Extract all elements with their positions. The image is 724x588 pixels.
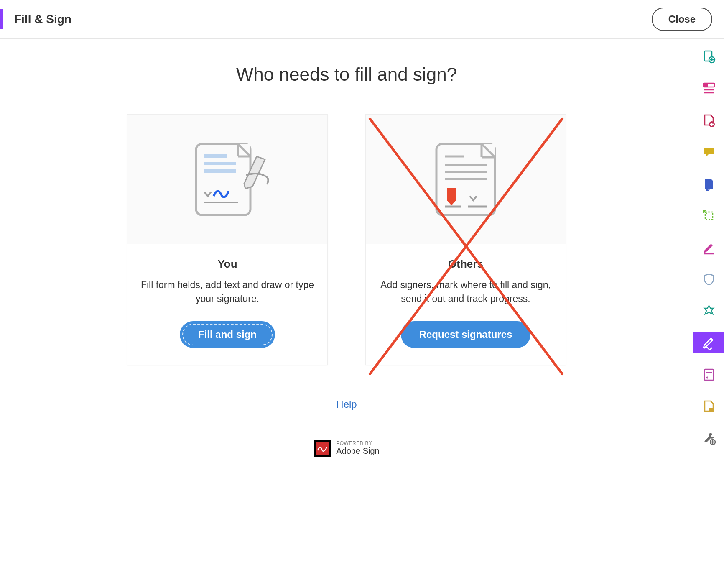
fill-sign-icon: [702, 336, 716, 350]
card-you-desc: Fill form fields, add text and draw or t…: [139, 278, 316, 306]
sidebar-item-crop[interactable]: [693, 205, 724, 226]
sidebar-item-comment[interactable]: [693, 142, 724, 163]
svg-rect-29: [704, 369, 714, 380]
svg-rect-4: [204, 154, 227, 158]
card-you: You Fill form fields, add text and draw …: [127, 114, 328, 365]
svg-rect-6: [204, 169, 236, 173]
page-tool-title: Fill & Sign: [14, 13, 71, 26]
help-link[interactable]: Help: [336, 399, 357, 410]
compare-icon: [702, 399, 716, 414]
sign-icon: [702, 240, 716, 255]
svg-rect-31: [709, 408, 714, 412]
protect-icon: [702, 272, 716, 286]
card-others: Others Add signers, mark where to fill a…: [365, 114, 566, 365]
card-others-body: Others Add signers, mark where to fill a…: [366, 244, 566, 365]
card-you-title: You: [217, 258, 237, 271]
card-others-illustration: [366, 115, 566, 244]
stamp-icon: [702, 304, 716, 318]
footer-brand: Adobe Sign: [336, 446, 379, 455]
self-sign-icon: [184, 138, 271, 221]
adobe-sign-badge-icon: [314, 440, 331, 457]
sidebar-item-tools[interactable]: [693, 428, 724, 449]
tools-icon: [702, 431, 716, 445]
request-sign-icon: [428, 138, 503, 221]
svg-rect-5: [204, 162, 236, 165]
svg-rect-30: [706, 372, 712, 373]
create-pdf-icon: [702, 113, 716, 128]
organize-pages-icon: [702, 82, 716, 96]
header-left: Fill & Sign: [0, 9, 71, 29]
sidebar-item-stamp[interactable]: [693, 301, 724, 322]
sidebar-item-export-pdf[interactable]: [693, 46, 724, 67]
redact-icon: [702, 368, 716, 382]
sidebar-item-sign[interactable]: [693, 237, 724, 258]
card-others-desc: Add signers, mark where to fill and sign…: [377, 278, 554, 306]
sidebar-item-organize[interactable]: [693, 78, 724, 99]
footer: POWERED BY Adobe Sign: [314, 440, 379, 457]
svg-rect-23: [704, 83, 708, 87]
page-title: Who needs to fill and sign?: [236, 64, 457, 85]
sidebar-item-protect[interactable]: [693, 269, 724, 290]
comment-icon: [702, 145, 716, 159]
tool-sidebar: [693, 39, 724, 588]
sidebar-item-compare[interactable]: [693, 396, 724, 417]
request-signatures-button[interactable]: Request signatures: [401, 321, 531, 348]
header-accent: [0, 9, 3, 29]
main-content: Who needs to fill and sign?: [0, 39, 693, 588]
footer-powered-by: POWERED BY: [336, 441, 379, 446]
sidebar-item-fill-sign[interactable]: [693, 332, 724, 353]
cards-container: You Fill form fields, add text and draw …: [127, 114, 566, 365]
footer-text: POWERED BY Adobe Sign: [336, 441, 379, 455]
send-file-icon: [702, 177, 716, 191]
sidebar-item-create-pdf[interactable]: [693, 110, 724, 131]
sidebar-item-send[interactable]: [693, 174, 724, 194]
fill-and-sign-button[interactable]: Fill and sign: [180, 321, 275, 348]
close-button[interactable]: Close: [652, 8, 712, 31]
crop-icon: [702, 209, 716, 223]
sidebar-item-redact[interactable]: [693, 364, 724, 385]
export-pdf-icon: [702, 50, 716, 64]
card-others-title: Others: [448, 258, 483, 271]
card-you-body: You Fill form fields, add text and draw …: [127, 244, 327, 365]
header: Fill & Sign Close: [0, 0, 724, 39]
card-you-illustration: [127, 115, 327, 244]
